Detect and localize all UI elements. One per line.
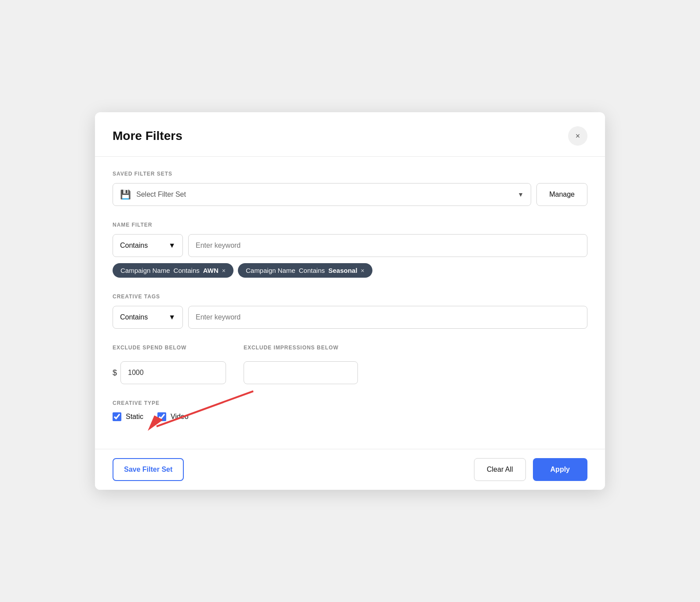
static-checkbox[interactable] xyxy=(113,412,121,421)
creative-type-checkbox-row: Static Video xyxy=(113,412,587,421)
filter-tag-awn-operator: Contains xyxy=(174,267,200,274)
filter-set-placeholder: Select Filter Set xyxy=(136,191,518,198)
saved-filter-sets-label: SAVED FILTER SETS xyxy=(113,171,587,177)
close-button[interactable]: × xyxy=(568,126,587,146)
exclude-impressions-group: EXCLUDE IMPRESSIONS BELOW xyxy=(244,345,358,384)
exclude-impressions-input[interactable] xyxy=(244,361,358,384)
dollar-sign: $ xyxy=(113,368,117,378)
saved-filter-sets-section: SAVED FILTER SETS 💾 Select Filter Set ▼ … xyxy=(113,171,587,206)
filter-tag-seasonal-operator: Contains xyxy=(299,267,325,274)
footer-right: Clear All Apply xyxy=(474,458,587,481)
creative-tags-label: CREATIVE TAGS xyxy=(113,294,587,300)
filter-tag-seasonal: Campaign Name Contains Seasonal × xyxy=(238,263,372,278)
save-filter-set-button[interactable]: Save Filter Set xyxy=(113,458,184,481)
creative-type-video[interactable]: Video xyxy=(157,412,189,421)
creative-tags-keyword-input[interactable] xyxy=(188,306,587,329)
filter-tag-seasonal-value: Seasonal xyxy=(328,267,357,274)
modal-body: SAVED FILTER SETS 💾 Select Filter Set ▼ … xyxy=(95,157,605,490)
modal-footer: Save Filter Set Clear All Apply xyxy=(95,449,605,490)
filter-set-dropdown[interactable]: 💾 Select Filter Set ▼ xyxy=(113,183,531,206)
name-filter-dropdown-arrow: ▼ xyxy=(168,242,175,250)
clear-all-button[interactable]: Clear All xyxy=(474,458,526,481)
manage-button[interactable]: Manage xyxy=(536,183,587,206)
filter-tag-seasonal-remove[interactable]: × xyxy=(361,267,365,274)
creative-tags-row: Contains ▼ xyxy=(113,306,587,329)
creative-tags-section: CREATIVE TAGS Contains ▼ xyxy=(113,294,587,329)
video-checkbox[interactable] xyxy=(157,412,166,421)
filter-tag-seasonal-prefix: Campaign Name xyxy=(246,267,295,274)
exclude-impressions-label: EXCLUDE IMPRESSIONS BELOW xyxy=(244,345,358,351)
creative-type-static[interactable]: Static xyxy=(113,412,143,421)
name-filter-label: NAME FILTER xyxy=(113,222,587,228)
static-label: Static xyxy=(126,413,143,421)
more-filters-modal: More Filters × SAVED FILTER SETS 💾 Selec… xyxy=(95,112,605,490)
modal-header: More Filters × xyxy=(95,112,605,157)
name-filter-operator-label: Contains xyxy=(120,242,148,250)
spend-impressions-row: EXCLUDE SPEND BELOW $ EXCLUDE IMPRESSION… xyxy=(113,345,587,384)
save-icon: 💾 xyxy=(120,189,131,200)
filter-tag-awn-remove[interactable]: × xyxy=(222,267,226,274)
creative-type-label: CREATIVE TYPE xyxy=(113,400,587,406)
modal-title: More Filters xyxy=(113,129,182,143)
name-filter-keyword-input[interactable] xyxy=(188,234,587,257)
exclude-spend-label: EXCLUDE SPEND BELOW xyxy=(113,345,226,351)
exclude-spend-input[interactable] xyxy=(120,361,226,384)
creative-tags-operator-label: Contains xyxy=(120,313,148,321)
spend-impressions-section: EXCLUDE SPEND BELOW $ EXCLUDE IMPRESSION… xyxy=(113,345,587,384)
name-filter-operator-dropdown[interactable]: Contains ▼ xyxy=(113,234,183,257)
video-label: Video xyxy=(171,413,189,421)
apply-button[interactable]: Apply xyxy=(533,458,587,481)
dropdown-arrow-icon: ▼ xyxy=(518,191,524,198)
name-filter-row: Contains ▼ xyxy=(113,234,587,257)
creative-type-section: CREATIVE TYPE Static Video xyxy=(113,400,587,421)
filter-tag-awn-value: AWN xyxy=(203,267,219,274)
spend-input-row: $ xyxy=(113,361,226,384)
exclude-spend-group: EXCLUDE SPEND BELOW $ xyxy=(113,345,226,384)
creative-tags-dropdown-arrow: ▼ xyxy=(168,313,175,321)
creative-tags-operator-dropdown[interactable]: Contains ▼ xyxy=(113,306,183,329)
name-filter-section: NAME FILTER Contains ▼ Campaign Name Con… xyxy=(113,222,587,278)
name-filter-tags: Campaign Name Contains AWN × Campaign Na… xyxy=(113,263,587,278)
filter-tag-awn: Campaign Name Contains AWN × xyxy=(113,263,233,278)
filter-tag-awn-prefix: Campaign Name xyxy=(120,267,170,274)
filter-set-row: 💾 Select Filter Set ▼ Manage xyxy=(113,183,587,206)
